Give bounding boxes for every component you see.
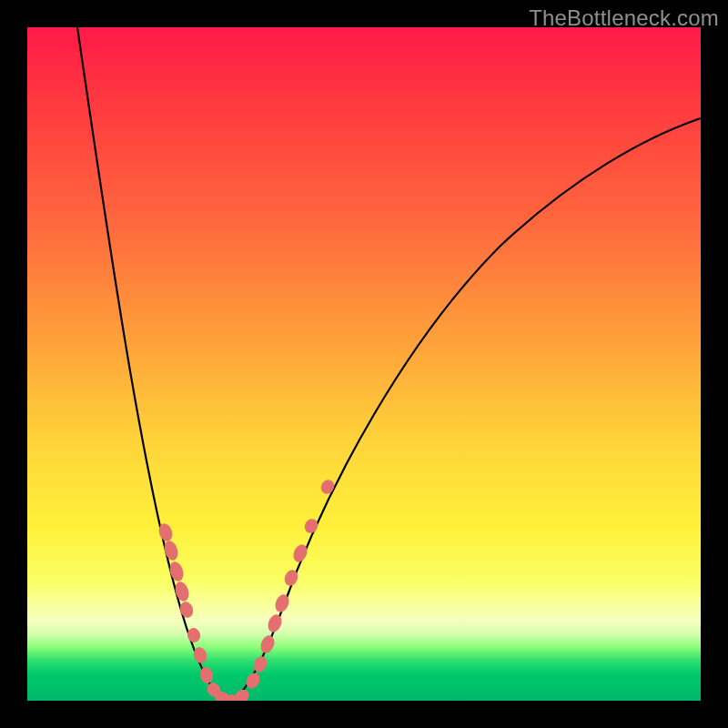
curve-marker — [173, 580, 191, 602]
curve-marker — [266, 612, 284, 634]
curve-marker — [186, 626, 202, 644]
curve-marker — [167, 560, 186, 582]
chart-stage: TheBottleneck.com — [0, 0, 728, 728]
curve-markers — [157, 478, 337, 701]
curve-marker — [318, 478, 337, 497]
bottleneck-curve — [77, 27, 701, 701]
curve-marker — [258, 633, 277, 655]
curve-marker — [178, 600, 196, 619]
curve-marker — [302, 517, 320, 536]
curve-marker — [273, 592, 291, 614]
curve-marker — [198, 665, 215, 684]
curve-marker — [232, 687, 251, 701]
curve-marker — [243, 671, 262, 692]
plot-svg — [27, 27, 701, 701]
curve-marker — [251, 654, 269, 674]
plot-area — [27, 27, 701, 701]
